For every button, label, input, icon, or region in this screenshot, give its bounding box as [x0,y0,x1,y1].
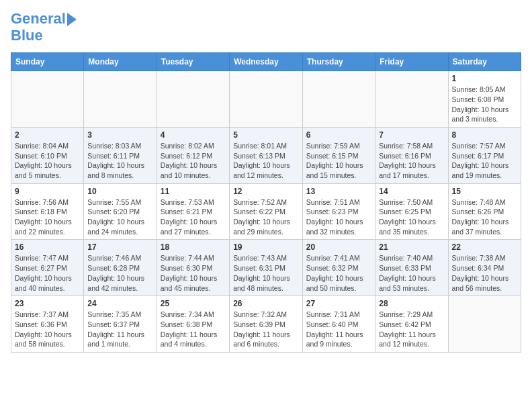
calendar-cell: 17Sunrise: 7:46 AM Sunset: 6:28 PM Dayli… [84,240,157,296]
day-number: 12 [233,187,299,196]
day-number: 10 [87,187,152,196]
calendar-cell [157,71,229,128]
day-info: Sunrise: 8:01 AM Sunset: 6:13 PM Dayligh… [233,141,299,181]
calendar-week-row: 9Sunrise: 7:56 AM Sunset: 6:18 PM Daylig… [11,183,521,240]
calendar-cell [302,71,375,128]
day-number: 1 [452,74,518,83]
day-number: 11 [161,187,226,196]
day-number: 28 [379,299,444,308]
calendar-cell [84,71,157,128]
day-number: 13 [306,187,371,196]
day-number: 19 [233,242,299,252]
calendar-cell: 27Sunrise: 7:31 AM Sunset: 6:40 PM Dayli… [302,296,375,353]
calendar-cell [375,71,448,128]
day-info: Sunrise: 7:55 AM Sunset: 6:20 PM Dayligh… [87,197,152,237]
day-info: Sunrise: 7:37 AM Sunset: 6:36 PM Dayligh… [15,310,80,349]
calendar-cell: 10Sunrise: 7:55 AM Sunset: 6:20 PM Dayli… [84,183,157,240]
logo: General Blue [11,11,77,44]
calendar-table: SundayMondayTuesdayWednesdayThursdayFrid… [11,52,521,353]
weekday-header-tuesday: Tuesday [157,53,229,71]
calendar-week-row: 23Sunrise: 7:37 AM Sunset: 6:36 PM Dayli… [11,296,521,353]
day-info: Sunrise: 7:59 AM Sunset: 6:15 PM Dayligh… [306,141,371,181]
calendar-cell: 3Sunrise: 8:03 AM Sunset: 6:11 PM Daylig… [84,127,157,183]
day-number: 15 [452,187,518,196]
day-number: 27 [306,299,371,308]
day-number: 24 [87,299,152,308]
day-number: 17 [87,242,152,252]
day-number: 5 [233,130,299,140]
calendar-cell: 28Sunrise: 7:29 AM Sunset: 6:42 PM Dayli… [375,296,448,353]
calendar-cell: 16Sunrise: 7:47 AM Sunset: 6:27 PM Dayli… [11,240,84,296]
day-number: 18 [161,242,226,252]
weekday-header-row: SundayMondayTuesdayWednesdayThursdayFrid… [11,53,521,71]
calendar-cell: 8Sunrise: 7:57 AM Sunset: 6:17 PM Daylig… [448,127,521,183]
calendar-week-row: 2Sunrise: 8:04 AM Sunset: 6:10 PM Daylig… [11,127,521,183]
calendar-cell [11,71,84,128]
calendar-cell: 14Sunrise: 7:50 AM Sunset: 6:25 PM Dayli… [375,183,448,240]
day-number: 6 [306,130,371,140]
calendar-cell: 22Sunrise: 7:38 AM Sunset: 6:34 PM Dayli… [448,240,521,296]
calendar-cell: 24Sunrise: 7:35 AM Sunset: 6:37 PM Dayli… [84,296,157,353]
day-info: Sunrise: 7:40 AM Sunset: 6:33 PM Dayligh… [379,253,444,293]
day-number: 23 [15,299,80,308]
weekday-header-saturday: Saturday [448,53,521,71]
weekday-header-sunday: Sunday [11,53,84,71]
day-info: Sunrise: 7:38 AM Sunset: 6:34 PM Dayligh… [452,253,518,293]
day-number: 26 [233,299,299,308]
day-info: Sunrise: 8:04 AM Sunset: 6:10 PM Dayligh… [15,141,80,181]
day-number: 21 [379,242,444,252]
day-info: Sunrise: 7:29 AM Sunset: 6:42 PM Dayligh… [379,310,444,349]
logo-blue: Blue [11,27,77,44]
day-number: 20 [306,242,371,252]
day-number: 8 [452,130,518,140]
calendar-cell [230,71,303,128]
calendar-week-row: 1Sunrise: 8:05 AM Sunset: 6:08 PM Daylig… [11,71,521,128]
calendar-cell: 1Sunrise: 8:05 AM Sunset: 6:08 PM Daylig… [448,71,521,128]
day-info: Sunrise: 7:32 AM Sunset: 6:39 PM Dayligh… [233,310,299,349]
day-number: 3 [87,130,152,140]
calendar-cell: 23Sunrise: 7:37 AM Sunset: 6:36 PM Dayli… [11,296,84,353]
weekday-header-friday: Friday [375,53,448,71]
day-number: 2 [15,130,80,140]
day-info: Sunrise: 7:31 AM Sunset: 6:40 PM Dayligh… [306,310,371,349]
calendar-cell: 19Sunrise: 7:43 AM Sunset: 6:31 PM Dayli… [230,240,303,296]
day-info: Sunrise: 8:02 AM Sunset: 6:12 PM Dayligh… [161,141,226,181]
calendar-cell: 15Sunrise: 7:48 AM Sunset: 6:26 PM Dayli… [448,183,521,240]
day-info: Sunrise: 8:03 AM Sunset: 6:11 PM Dayligh… [87,141,152,181]
day-info: Sunrise: 7:58 AM Sunset: 6:16 PM Dayligh… [379,141,444,181]
day-number: 4 [161,130,226,140]
weekday-header-thursday: Thursday [302,53,375,71]
day-info: Sunrise: 7:47 AM Sunset: 6:27 PM Dayligh… [15,253,80,293]
day-number: 9 [15,187,80,196]
day-info: Sunrise: 7:46 AM Sunset: 6:28 PM Dayligh… [87,253,152,293]
day-number: 7 [379,130,444,140]
day-number: 14 [379,187,444,196]
day-info: Sunrise: 8:05 AM Sunset: 6:08 PM Dayligh… [452,85,518,124]
day-number: 25 [161,299,226,308]
calendar-cell: 21Sunrise: 7:40 AM Sunset: 6:33 PM Dayli… [375,240,448,296]
day-info: Sunrise: 7:51 AM Sunset: 6:23 PM Dayligh… [306,197,371,237]
weekday-header-monday: Monday [84,53,157,71]
calendar-cell: 7Sunrise: 7:58 AM Sunset: 6:16 PM Daylig… [375,127,448,183]
day-info: Sunrise: 7:35 AM Sunset: 6:37 PM Dayligh… [87,310,152,349]
calendar-cell: 11Sunrise: 7:53 AM Sunset: 6:21 PM Dayli… [157,183,229,240]
calendar-cell: 5Sunrise: 8:01 AM Sunset: 6:13 PM Daylig… [230,127,303,183]
day-info: Sunrise: 7:43 AM Sunset: 6:31 PM Dayligh… [233,253,299,293]
calendar-cell: 2Sunrise: 8:04 AM Sunset: 6:10 PM Daylig… [11,127,84,183]
calendar-cell: 20Sunrise: 7:41 AM Sunset: 6:32 PM Dayli… [302,240,375,296]
day-info: Sunrise: 7:50 AM Sunset: 6:25 PM Dayligh… [379,197,444,237]
calendar-cell [448,296,521,353]
calendar-cell: 9Sunrise: 7:56 AM Sunset: 6:18 PM Daylig… [11,183,84,240]
logo-text: General [11,11,66,27]
calendar-cell: 26Sunrise: 7:32 AM Sunset: 6:39 PM Dayli… [230,296,303,353]
calendar-cell: 4Sunrise: 8:02 AM Sunset: 6:12 PM Daylig… [157,127,229,183]
day-number: 16 [15,242,80,252]
day-info: Sunrise: 7:53 AM Sunset: 6:21 PM Dayligh… [161,197,226,237]
day-info: Sunrise: 7:56 AM Sunset: 6:18 PM Dayligh… [15,197,80,237]
calendar-cell: 25Sunrise: 7:34 AM Sunset: 6:38 PM Dayli… [157,296,229,353]
day-info: Sunrise: 7:57 AM Sunset: 6:17 PM Dayligh… [452,141,518,181]
logo-arrow-icon [67,13,77,26]
calendar-cell: 18Sunrise: 7:44 AM Sunset: 6:30 PM Dayli… [157,240,229,296]
day-info: Sunrise: 7:44 AM Sunset: 6:30 PM Dayligh… [161,253,226,293]
calendar-cell: 13Sunrise: 7:51 AM Sunset: 6:23 PM Dayli… [302,183,375,240]
